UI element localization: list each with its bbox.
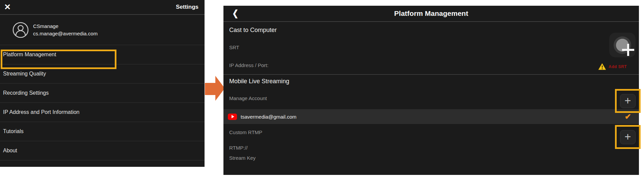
menu-item-label: Recording Settings: [3, 90, 49, 96]
manage-account-label: Manage Account: [229, 95, 267, 101]
mobile-live-streaming-header: Mobile Live Streaming: [229, 78, 289, 85]
menu-item-label: About: [3, 148, 17, 154]
cast-to-computer-header: Cast to Computer: [229, 27, 277, 34]
plus-icon: +: [624, 95, 631, 106]
profile-name: CSmanage: [33, 23, 98, 29]
platform-title: Platform Management: [394, 9, 468, 18]
add-account-button[interactable]: +: [620, 94, 636, 108]
platform-management-panel: ❮ Platform Management Cast to Computer S…: [223, 6, 639, 175]
screenshot-canvas: ✕ Settings CSmanage cs.manage@avermedia.…: [0, 0, 644, 184]
add-srt-warning[interactable]: Add SRT: [598, 63, 627, 70]
settings-panel: ✕ Settings CSmanage cs.manage@avermedia.…: [0, 0, 205, 167]
youtube-account-row[interactable]: tsavermedia@gmail.com ✔: [223, 109, 639, 124]
menu-item-label: Tutorials: [3, 128, 24, 134]
highlight-box-add-rtmp: +: [615, 125, 641, 149]
stream-key-label: Stream Key: [229, 155, 256, 161]
settings-title: Settings: [176, 4, 198, 10]
menu-item-ip-address-info[interactable]: IP Address and Port Information: [0, 103, 205, 122]
add-custom-rtmp-button[interactable]: +: [620, 130, 636, 144]
ip-address-port-label: IP Address / Port:: [229, 62, 268, 68]
close-icon[interactable]: ✕: [4, 3, 11, 11]
add-srt-label: Add SRT: [609, 64, 627, 69]
add-cast-camera-button[interactable]: [609, 33, 636, 57]
selected-check-icon: ✔: [625, 112, 631, 121]
profile-email: cs.manage@avermedia.com: [33, 31, 98, 36]
platform-header: ❮ Platform Management: [223, 6, 639, 22]
account-profile-row[interactable]: CSmanage cs.manage@avermedia.com: [0, 15, 205, 45]
plus-icon: [622, 44, 634, 56]
highlight-box-add-account: +: [615, 89, 641, 113]
user-avatar-icon: [12, 22, 29, 38]
youtube-icon: [228, 114, 237, 120]
menu-item-label: Streaming Quality: [3, 71, 46, 77]
profile-text: CSmanage cs.manage@avermedia.com: [33, 23, 98, 36]
transition-arrow: [205, 83, 215, 95]
menu-item-label: IP Address and Port Information: [3, 109, 80, 115]
plus-icon: +: [624, 131, 631, 142]
warning-icon: [598, 63, 606, 70]
highlight-box-platform-management: [1, 50, 116, 69]
menu-item-about[interactable]: About: [0, 141, 205, 160]
custom-rtmp-label: Custom RTMP: [229, 129, 262, 135]
menu-item-tutorials[interactable]: Tutorials: [0, 122, 205, 141]
rtmp-url-label: RTMP://: [229, 145, 248, 151]
back-icon[interactable]: ❮: [232, 8, 238, 19]
menu-item-recording-settings[interactable]: Recording Settings: [0, 84, 205, 103]
section-divider: [223, 74, 639, 75]
srt-label: SRT: [229, 44, 239, 50]
youtube-account-email: tsavermedia@gmail.com: [241, 114, 296, 120]
settings-header: ✕ Settings: [0, 0, 205, 15]
